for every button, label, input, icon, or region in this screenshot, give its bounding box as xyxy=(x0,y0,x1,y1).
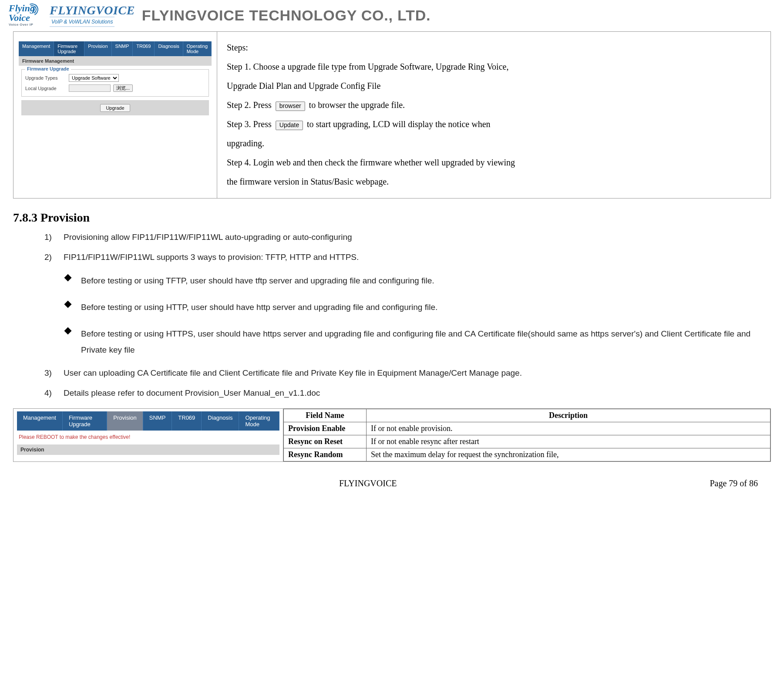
step-3-pre: Step 3. Press xyxy=(227,119,272,129)
logo-flyingvoice-main: FLYINGVOICE VoIP & VoWLAN Solutions xyxy=(50,3,135,27)
company-name: FLYINGVOICE TECHNOLOGY CO., LTD. xyxy=(142,7,431,24)
cell-field: Resync on Reset xyxy=(284,435,367,448)
cell-desc: If or not enable provision. xyxy=(367,422,771,435)
list-number: 3) xyxy=(44,368,64,378)
firmware-screenshot: ManagementFirmware UpgradeProvisionSNMPT… xyxy=(13,32,217,198)
local-upgrade-label: Local Upgrade xyxy=(25,86,69,91)
diamond-item: Before testing or using TFTP, user shoul… xyxy=(65,273,758,289)
firmware-tab[interactable]: Firmware Upgrade xyxy=(54,41,84,56)
provision-tabs: ManagementFirmware UpgradeProvisionSNMPT… xyxy=(17,411,279,431)
firmware-tab[interactable]: Diagnosis xyxy=(155,41,183,56)
provision-tab[interactable]: Firmware Upgrade xyxy=(63,411,107,431)
panel-title: Firmware Management xyxy=(19,56,212,66)
file-input[interactable] xyxy=(69,84,111,92)
table-row: Provision Enable If or not enable provis… xyxy=(284,422,771,435)
list-number: 2) xyxy=(44,252,64,262)
steps-title: Steps: xyxy=(227,38,761,57)
step-3-post: to start upgrading, LCD will display the… xyxy=(307,119,491,129)
upgrade-button[interactable]: Upgrade xyxy=(100,104,130,112)
table-row: Resync Random Set the maximum delay for … xyxy=(284,448,771,461)
step-3: Step 3. Press Update to start upgrading,… xyxy=(227,114,761,134)
list-text: Provisioning allow FIP11/FIP11W/FIP11WL … xyxy=(64,232,352,242)
footer-center: FLYINGVOICE xyxy=(26,478,710,488)
upgrade-types-label: Upgrade Types xyxy=(25,75,69,81)
provision-panel-title: Provision xyxy=(17,444,279,455)
wifi-arc-icon xyxy=(26,3,45,16)
reboot-message: Please REBOOT to make the changes effect… xyxy=(19,434,278,440)
footer-page-number: Page 79 of 86 xyxy=(710,478,758,488)
firmware-tab[interactable]: Management xyxy=(19,41,54,56)
firmware-tabs: ManagementFirmware UpgradeProvisionSNMPT… xyxy=(19,41,212,56)
firmware-tab[interactable]: TR069 xyxy=(133,41,155,56)
list-text: Details please refer to document Provisi… xyxy=(64,388,320,397)
fieldset-legend: Firmware Upgrade xyxy=(25,66,71,71)
provision-table-wrap: Field Name Description Provision Enable … xyxy=(283,409,771,461)
provision-block: ManagementFirmware UpgradeProvisionSNMPT… xyxy=(13,408,771,462)
steps-text: Steps: Step 1. Choose a upgrade file typ… xyxy=(217,32,771,198)
upgrade-types-select[interactable]: Upgrade Software xyxy=(69,74,119,82)
provision-tab[interactable]: SNMP xyxy=(143,411,172,431)
provision-table: Field Name Description Provision Enable … xyxy=(283,409,771,461)
step-1b: Upgrade Dial Plan and Upgrade Config Fil… xyxy=(227,76,761,95)
provision-tab[interactable]: Diagnosis xyxy=(202,411,239,431)
list-number: 4) xyxy=(44,388,64,398)
provision-tab[interactable]: Operating Mode xyxy=(239,411,279,431)
table-row: Resync on Reset If or not enable resync … xyxy=(284,435,771,448)
step-4a: Step 4. Login web and then check the fir… xyxy=(227,153,761,172)
section-heading: 7.8.3 Provision xyxy=(13,211,775,225)
cell-desc: Set the maximum delay for request the sy… xyxy=(367,448,771,461)
logo-tagline-small: Voice Over IP xyxy=(9,23,47,27)
page-footer: FLYINGVOICE Page 79 of 86 xyxy=(9,462,775,490)
steps-container: ManagementFirmware UpgradeProvisionSNMPT… xyxy=(13,31,771,199)
upgrade-types-row: Upgrade Types Upgrade Software xyxy=(25,74,205,82)
browse-button[interactable]: 浏览... xyxy=(113,84,133,92)
firmware-tab[interactable]: SNMP xyxy=(112,41,133,56)
page-header: Flying Voice Voice Over IP FLYINGVOICE V… xyxy=(9,0,775,28)
step-3b: upgrading. xyxy=(227,134,761,153)
provision-tab[interactable]: Management xyxy=(17,411,63,431)
firmware-tab[interactable]: Provision xyxy=(84,41,111,56)
cell-field: Resync Random xyxy=(284,448,367,461)
update-button-inline: Update xyxy=(276,121,303,130)
list-item: 1)Provisioning allow FIP11/FIP11W/FIP11W… xyxy=(44,232,758,242)
cell-desc: If or not enable resync after restart xyxy=(367,435,771,448)
logo-brand-text: FLYINGVOICE xyxy=(50,3,135,17)
step-4b: the firmware version in Status/Basic web… xyxy=(227,172,761,191)
firmware-footer: Upgrade xyxy=(21,100,209,115)
browser-button-inline: browser xyxy=(276,101,305,111)
diamond-item: Before testing or using HTTPS, user shou… xyxy=(65,326,758,358)
diamond-list: Before testing or using TFTP, user shoul… xyxy=(65,273,758,358)
logo-flyingvoice-small: Flying Voice Voice Over IP xyxy=(9,3,47,28)
provision-screenshot: ManagementFirmware UpgradeProvisionSNMPT… xyxy=(13,409,283,461)
step-2-post: to browser the upgrade file. xyxy=(309,100,405,110)
table-header-row: Field Name Description xyxy=(284,409,771,422)
list-item: 4)Details please refer to document Provi… xyxy=(44,388,758,398)
firmware-upgrade-fieldset: Firmware Upgrade Upgrade Types Upgrade S… xyxy=(21,69,209,97)
local-upgrade-row: Local Upgrade 浏览... xyxy=(25,84,205,92)
list-item: 3)User can uploading CA Certificate file… xyxy=(44,368,758,378)
step-2-pre: Step 2. Press xyxy=(227,100,272,110)
list-number: 1) xyxy=(44,232,64,242)
step-2: Step 2. Press browser to browser the upg… xyxy=(227,95,761,114)
cell-field: Provision Enable xyxy=(284,422,367,435)
header-field-name: Field Name xyxy=(284,409,367,422)
list-text: User can uploading CA Certificate file a… xyxy=(64,368,522,377)
diamond-item: Before testing or using HTTP, user shoul… xyxy=(65,299,758,315)
step-1a: Step 1. Choose a upgrade file type from … xyxy=(227,57,761,76)
provision-tab[interactable]: Provision xyxy=(107,411,143,431)
firmware-tab[interactable]: Operating Mode xyxy=(183,41,212,56)
list-item: 2)FIP11/FIP11W/FIP11WL supports 3 ways t… xyxy=(44,252,758,262)
header-description: Description xyxy=(367,409,771,422)
logo-tagline: VoIP & VoWLAN Solutions xyxy=(50,17,114,27)
provision-list: 1)Provisioning allow FIP11/FIP11W/FIP11W… xyxy=(44,232,758,398)
provision-tab[interactable]: TR069 xyxy=(172,411,202,431)
list-text: FIP11/FIP11W/FIP11WL supports 3 ways to … xyxy=(64,252,359,262)
